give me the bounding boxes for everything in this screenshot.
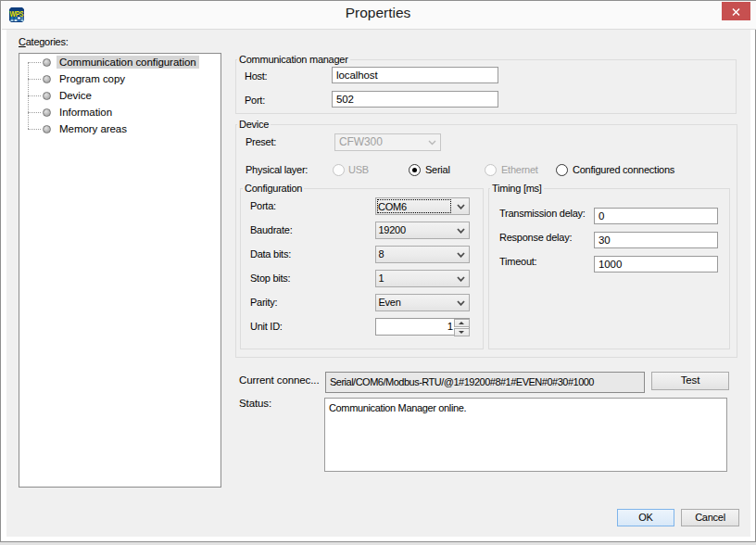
svg-text:WPS: WPS (10, 9, 24, 19)
